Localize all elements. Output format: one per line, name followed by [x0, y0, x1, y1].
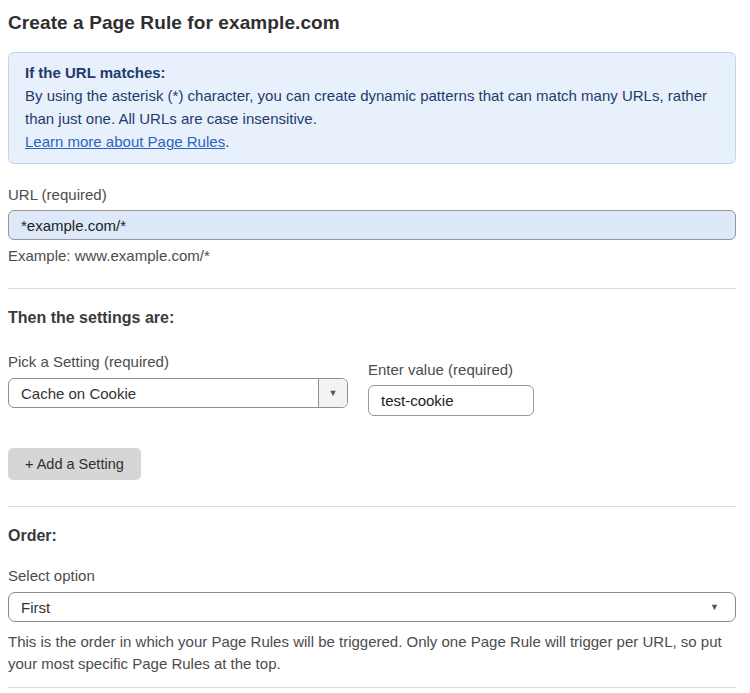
setting-select-value: Cache on Cookie	[9, 379, 318, 407]
caret-down-icon: ▼	[329, 389, 338, 398]
value-field-label: Enter value (required)	[368, 361, 534, 378]
page-rule-form: Create a Page Rule for example.com If th…	[0, 0, 750, 693]
info-box-heading: If the URL matches:	[25, 61, 719, 84]
footer-divider	[8, 687, 736, 688]
url-field-label: URL (required)	[8, 186, 736, 203]
order-section-heading: Order:	[8, 527, 736, 545]
order-helper-text: This is the order in which your Page Rul…	[8, 631, 724, 675]
add-setting-button[interactable]: + Add a Setting	[8, 448, 141, 480]
setting-select-label: Pick a Setting (required)	[8, 353, 348, 370]
url-example-helper: Example: www.example.com/*	[8, 247, 736, 264]
setting-select-column: Pick a Setting (required) Cache on Cooki…	[8, 353, 348, 416]
setting-value-column: Enter value (required)	[368, 361, 534, 416]
order-select-label: Select option	[8, 567, 736, 584]
page-title: Create a Page Rule for example.com	[8, 12, 736, 34]
caret-down-icon: ▼	[710, 603, 719, 612]
section-divider	[8, 506, 736, 507]
learn-more-link[interactable]: Learn more about Page Rules	[25, 133, 225, 150]
info-box-link-line: Learn more about Page Rules.	[25, 130, 719, 153]
link-suffix: .	[225, 133, 229, 150]
settings-section-heading: Then the settings are:	[8, 309, 736, 327]
info-box-body: By using the asterisk (*) character, you…	[25, 84, 719, 130]
setting-select[interactable]: Cache on Cookie ▼	[8, 378, 348, 408]
order-select[interactable]: First ▼	[8, 592, 736, 622]
settings-row: Pick a Setting (required) Cache on Cooki…	[8, 353, 736, 416]
setting-select-arrow-button[interactable]: ▼	[318, 379, 347, 407]
section-divider	[8, 288, 736, 289]
setting-value-input[interactable]	[368, 385, 534, 416]
url-input[interactable]	[8, 210, 736, 240]
order-select-value: First	[21, 599, 50, 616]
url-match-info-box: If the URL matches: By using the asteris…	[8, 52, 736, 164]
